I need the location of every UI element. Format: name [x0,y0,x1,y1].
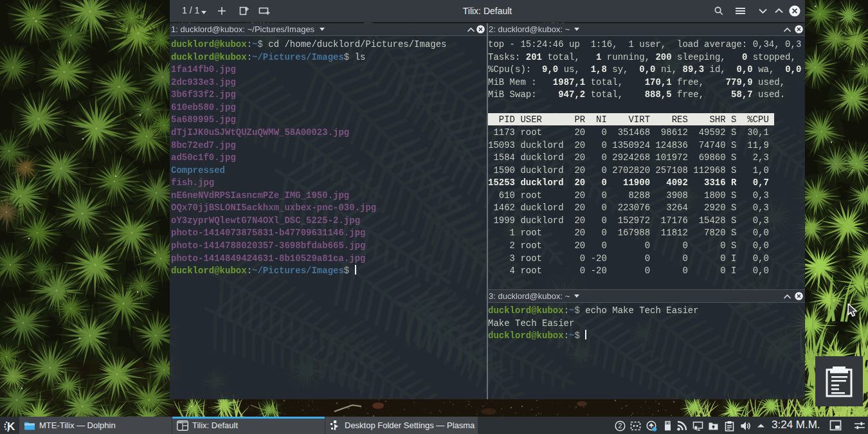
svg-text:2: 2 [618,422,622,429]
